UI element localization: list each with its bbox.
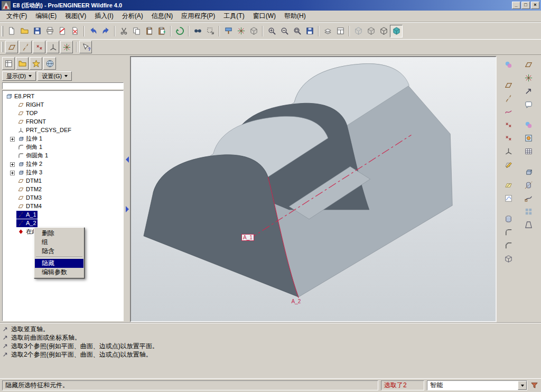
revolve-tool-button[interactable] (521, 179, 535, 192)
menu-analysis[interactable]: 分析(A) (118, 10, 147, 22)
chamfer-tool-button[interactable] (501, 239, 515, 252)
zoom-out-button[interactable] (278, 25, 291, 38)
tree-item-1[interactable]: RIGHT (3, 100, 123, 109)
menu-edit[interactable]: 编辑(E) (31, 10, 61, 22)
model-tree-tab-button[interactable] (2, 57, 15, 70)
context-menu-item-4[interactable]: 隐藏 (35, 259, 83, 268)
datum-axis-display-button[interactable] (19, 41, 32, 53)
shaded-button[interactable] (390, 25, 403, 38)
draft-tool-button[interactable] (521, 218, 535, 231)
spin-center-button[interactable] (235, 25, 247, 38)
graphics-area[interactable]: A_1 A_2 (130, 56, 497, 322)
refit-button[interactable] (291, 25, 303, 38)
tree-item-10[interactable]: DTM1 (3, 176, 123, 185)
extrude-tool-button[interactable] (521, 165, 535, 179)
orient-button[interactable] (247, 25, 260, 38)
save-button[interactable] (31, 25, 43, 38)
saved-views-button[interactable] (303, 25, 316, 38)
sweep-tool-button[interactable] (521, 192, 535, 205)
status-filter-icon[interactable] (530, 381, 539, 390)
note-tool-button[interactable] (521, 98, 535, 111)
graph-tool-button[interactable] (501, 192, 515, 205)
tree-item-12[interactable]: DTM3 (3, 193, 123, 202)
datum-axis-tool-button[interactable] (501, 92, 515, 105)
menu-info[interactable]: 信息(N) (147, 10, 178, 22)
datum-curve-tool-button[interactable] (501, 105, 515, 118)
round-tool-button[interactable] (501, 226, 515, 239)
menu-insert[interactable]: 插入(I) (90, 10, 117, 22)
repaint-button[interactable] (222, 25, 235, 38)
new-file-button[interactable] (5, 25, 18, 38)
tree-item-8[interactable]: 拉伸 2 (3, 160, 123, 168)
view-spin-button[interactable] (521, 71, 535, 85)
context-menu-item-2[interactable]: 隐含 (35, 247, 83, 256)
context-menu-item-1[interactable]: 组 (35, 238, 83, 247)
table-tool-button[interactable] (521, 145, 535, 158)
splitter-expand-icon[interactable] (126, 206, 129, 212)
hole-tool-button[interactable] (501, 212, 515, 226)
tree-item-2[interactable]: TOP (3, 109, 123, 117)
menu-tools[interactable]: 工具(T) (219, 10, 248, 22)
no-hidden-button[interactable] (377, 25, 390, 38)
context-menu-item-5[interactable]: 编辑参数 (35, 268, 83, 277)
tree-expand-icon[interactable] (10, 136, 15, 141)
tree-expand-icon[interactable] (10, 170, 15, 175)
paste-special-button[interactable] (155, 25, 168, 38)
splitter-collapse-icon[interactable] (126, 156, 129, 163)
spin-center-display-button[interactable] (60, 41, 73, 53)
datum-point-tool-button[interactable] (501, 118, 515, 132)
close-button[interactable]: × (531, 2, 539, 9)
print-button[interactable] (43, 25, 56, 38)
pattern-tool-button[interactable] (521, 205, 535, 218)
find-button[interactable] (191, 25, 204, 38)
select-box-button[interactable] (204, 25, 217, 38)
appearance-tool-button[interactable] (521, 118, 535, 132)
layers-button[interactable] (321, 25, 334, 38)
tree-item-3[interactable]: FRONT (3, 117, 123, 126)
tree-item-0[interactable]: E8.PRT (3, 92, 123, 100)
tree-item-9[interactable]: 拉伸 3 (3, 168, 123, 176)
menu-file[interactable]: 文件(F) (2, 10, 31, 22)
wireframe-button[interactable] (352, 25, 365, 38)
tree-item-13[interactable]: DTM4 (3, 202, 123, 210)
copy-button[interactable] (130, 25, 143, 38)
axis-label-a1[interactable]: A_1 (241, 234, 254, 241)
tree-settings-button[interactable]: 设置(G) (38, 71, 72, 81)
delete-old-versions-button[interactable] (69, 25, 81, 38)
cut-button[interactable] (117, 25, 130, 38)
paste-button[interactable] (143, 25, 155, 38)
tree-expand-icon[interactable] (10, 162, 15, 166)
datum-csys-tool-button[interactable] (501, 145, 515, 158)
annotation-tool-button[interactable] (501, 179, 515, 192)
view-plane-button[interactable] (521, 58, 535, 71)
folder-tree-tab-button[interactable] (16, 57, 29, 70)
combo-dropdown-button[interactable] (518, 381, 527, 390)
toolbar-grip[interactable] (2, 42, 3, 52)
context-menu-item-0[interactable]: 删除 (35, 229, 83, 238)
regenerate-button[interactable] (173, 25, 186, 38)
tree-item-11[interactable]: DTM2 (3, 185, 123, 193)
axis-label-a2[interactable]: A_2 (292, 298, 301, 304)
style-tool-button[interactable] (501, 58, 515, 71)
selection-filter-combo[interactable]: 智能 (427, 380, 527, 390)
panel-splitter[interactable] (125, 56, 130, 322)
menu-window[interactable]: 窗口(W) (249, 10, 280, 22)
datum-plane-tool-button[interactable] (501, 79, 515, 92)
erase-display-button[interactable] (56, 25, 69, 38)
tree-item-4[interactable]: PRT_CSYS_DEF (3, 126, 123, 134)
tree-item-5[interactable]: 拉伸 1 (3, 134, 123, 143)
redo-button[interactable] (99, 25, 112, 38)
context-help-button[interactable]: ? (79, 41, 92, 53)
tree-item-14[interactable]: A_1 (3, 210, 123, 219)
datum-csys-display-button[interactable] (46, 41, 59, 53)
toolbar-grip[interactable] (2, 26, 3, 36)
hidden-line-button[interactable] (365, 25, 377, 38)
datum-plane-display-button[interactable] (5, 41, 18, 53)
menu-applications[interactable]: 应用程序(P) (177, 10, 219, 22)
view-arrow-button[interactable] (521, 85, 535, 98)
view-manager-button[interactable] (334, 25, 347, 38)
minimize-button[interactable]: _ (512, 2, 520, 9)
render-tool-button[interactable] (521, 132, 535, 145)
datum-point-display-button[interactable] (33, 41, 45, 53)
shell-tool-button[interactable] (501, 252, 515, 265)
